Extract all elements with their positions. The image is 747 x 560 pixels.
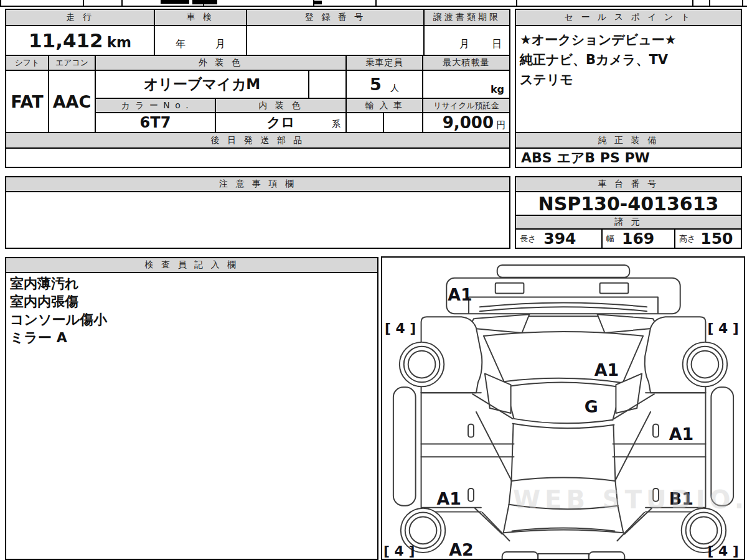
wheel-front-left: [400, 342, 444, 386]
sales-point-content: ★オークションデビュー★ 純正ナビ、Bカメラ、TV ステリモ: [516, 26, 741, 133]
clipped-text-fragment: [192, 0, 217, 4]
rear-bumper-center: [538, 554, 588, 559]
exterior-color-header: 外 装 色: [96, 56, 347, 71]
sales-point-header: セ ー ル ス ポ イ ン ト: [516, 10, 741, 26]
spec-header: 諸 元: [516, 216, 741, 230]
door-handle: [468, 424, 474, 437]
divider: [692, 0, 693, 6]
damage-label-rear-door-left: A1: [436, 489, 461, 508]
tire-grade-front-left: [ 4 ]: [385, 320, 416, 336]
capacity-header: 乗車定員: [347, 56, 423, 71]
roof-side-right: [613, 425, 615, 481]
clipped-text-fragment: [161, 0, 189, 4]
length-value: 394: [543, 230, 576, 248]
door-handle: [468, 488, 474, 502]
chassis-table: 車 台 番 号 NSP130-4013613 諸 元 長さ 394 幅 169 …: [515, 176, 742, 249]
sales-line: ★オークションデビュー★: [520, 30, 677, 50]
clipped-text-fragment: [314, 1, 322, 4]
rear-quarter-diagonal: [617, 513, 644, 541]
exterior-color-value: オリーブマイカM: [96, 71, 309, 99]
sales-line: ステリモ: [520, 70, 677, 90]
car-damage-diagram: A1 [ 4 ] [ 4 ] A1 G A1 A1 B1 A2 [ 4 ] [ …: [381, 256, 745, 560]
recycle-unit: 円: [496, 119, 505, 131]
month-label: 月: [215, 38, 225, 51]
interior-color-suffix: 系: [332, 119, 341, 130]
divider: [709, 0, 710, 6]
day-label: 日: [492, 38, 502, 51]
windshield-base: [514, 419, 613, 423]
width-label: 幅: [606, 233, 614, 245]
side-sill-left: [393, 387, 416, 505]
headlight-right: [598, 314, 658, 333]
inspector-table: 検 査 員 記 入 欄 室内薄汚れ 室内内張傷 コンソール傷小 ミラー A: [5, 257, 378, 560]
sales-line: 純正ナビ、Bカメラ、TV: [520, 50, 677, 70]
mileage-value: 11,412 km: [6, 26, 155, 56]
divider: [742, 0, 743, 6]
roof-side-left: [512, 424, 514, 481]
capacity-value: 5 人: [347, 71, 423, 99]
inspector-line: 室内薄汚れ: [10, 274, 107, 292]
damage-label-hood: A1: [594, 360, 619, 380]
chassis-number: NSP130-4013613: [516, 192, 741, 216]
inspector-line: コンソール傷小: [10, 310, 107, 329]
tire-grade-rear-left: [ 4 ]: [383, 543, 415, 559]
mileage-header: 走 行: [6, 10, 155, 26]
interior-color-value: クロ 系: [216, 113, 347, 133]
watermark: WEB STUDIO.RU: [513, 485, 747, 514]
hood: [484, 332, 643, 383]
aircon-header: エアコン: [49, 56, 96, 71]
transfer-deadline-header: 譲渡書類期限: [425, 10, 509, 26]
quarter-diagonal: [615, 412, 651, 480]
year-label: 年: [176, 38, 186, 51]
recycle-value: 9,000 円: [423, 113, 509, 133]
length-label: 長さ: [520, 233, 536, 245]
interior-color-header: 内 装 色: [216, 99, 347, 113]
length-cell: 長さ 394: [516, 230, 603, 248]
vehicle-spec-table: 走 行 車 検 登 録 番 号 譲渡書類期限 11,412 km 年 月 月 日…: [5, 9, 510, 168]
shift-header: シフト: [6, 56, 49, 71]
roof-front-edge: [513, 424, 614, 428]
door-handle: [653, 424, 659, 437]
front-bumper: [446, 278, 680, 314]
divider: [516, 0, 517, 6]
inspector-line: ミラー A: [10, 329, 107, 347]
recycle-fee: 9,000: [443, 113, 494, 132]
import-value-2: [384, 113, 423, 133]
divider: [121, 0, 123, 6]
inspection-header: 車 検: [155, 10, 247, 26]
cutoff-row-strip: [0, 0, 747, 7]
aircon-value: AAC: [49, 71, 96, 133]
headlight-left: [469, 314, 529, 333]
notes-content: [6, 192, 509, 248]
fog-light-right: [600, 283, 629, 294]
equipment-value: ABS エアB PS PW: [516, 149, 741, 167]
shift-value: FAT: [6, 71, 49, 133]
later-parts-value: [6, 149, 509, 167]
capacity-number: 5: [370, 75, 382, 94]
width-cell: 幅 169: [603, 230, 675, 248]
mileage-unit: km: [107, 34, 131, 50]
rear-bumper-right: [589, 552, 625, 559]
chassis-header: 車 台 番 号: [516, 177, 741, 192]
damage-label-front-bumper: A1: [448, 285, 472, 304]
liftgate-side: [504, 505, 509, 533]
interior-color-text: クロ: [266, 113, 294, 132]
rear-bumper-left: [502, 552, 538, 559]
recycle-header: リサイクル預託金: [423, 99, 509, 113]
width-value: 169: [622, 230, 654, 248]
max-load-header: 最大積載量: [423, 56, 509, 71]
front-lip: [497, 265, 630, 278]
color-no-value: 6T7: [96, 113, 216, 133]
sales-point-table: セ ー ル ス ポ イ ン ト ★オークションデビュー★ 純正ナビ、Bカメラ、T…: [515, 9, 742, 168]
color-no-header: カ ラ ー N o .: [96, 99, 216, 113]
quarter-diagonal: [476, 412, 512, 480]
notes-table: 注 意 事 項 欄: [5, 176, 510, 249]
inspector-header: 検 査 員 記 入 欄: [6, 258, 377, 273]
inspection-value: 年 月: [155, 26, 247, 56]
damage-label-windshield: G: [585, 397, 598, 416]
registration-no-value: [247, 26, 425, 56]
height-label: 高さ: [679, 233, 695, 245]
rear-window-side: [509, 481, 512, 505]
height-value: 150: [700, 230, 733, 248]
height-cell: 高さ 150: [675, 230, 741, 248]
